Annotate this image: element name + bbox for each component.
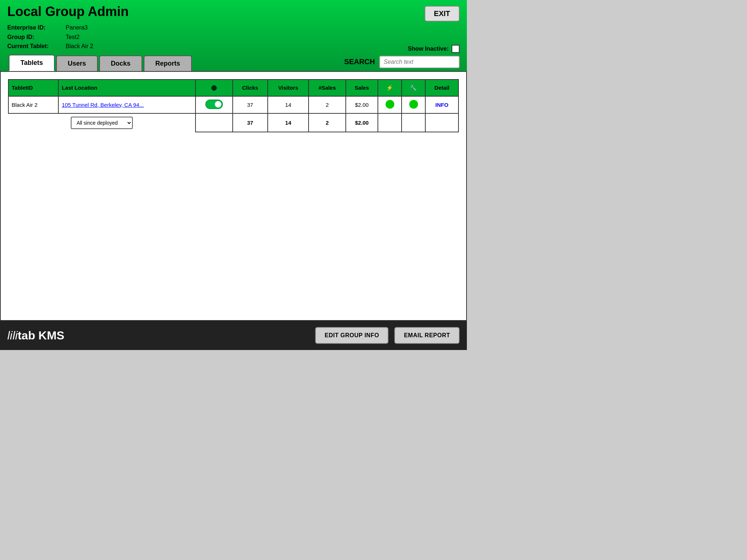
tab-docks[interactable]: Docks — [99, 55, 142, 71]
bolt-status-indicator — [386, 100, 394, 109]
totals-clicks: 37 — [233, 113, 268, 132]
page-title: Local Group Admin — [7, 4, 129, 19]
tablet-label: Current Tablet: — [7, 42, 66, 51]
header-info: Enterprise ID: Panera3 Group ID: Test2 C… — [7, 23, 460, 51]
tablet-value: Black Air 2 — [66, 42, 93, 51]
header-top: Local Group Admin EXIT — [7, 4, 460, 22]
cell-visitors: 14 — [268, 96, 309, 113]
table-header-row: TabletID Last Location ⊕ Clicks Visitors… — [8, 79, 458, 96]
active-toggle[interactable] — [205, 100, 223, 109]
totals-visitors: 14 — [268, 113, 309, 132]
col-header-bolt: ⚡ — [378, 79, 402, 96]
cell-last-location: 105 Tunnel Rd, Berkeley, CA 94... — [58, 96, 195, 113]
tool-status-indicator — [409, 100, 418, 109]
period-dropdown[interactable]: All since deployed Today This Week This … — [71, 117, 133, 129]
cell-sales: $2.00 — [346, 96, 378, 113]
cell-tool-status — [402, 96, 425, 113]
footer-buttons: EDIT GROUP INFO EMAIL REPORT — [315, 327, 460, 344]
enterprise-row: Enterprise ID: Panera3 — [7, 23, 460, 32]
col-header-detail: Detail — [425, 79, 458, 96]
search-label: SEARCH — [344, 58, 375, 66]
logo-tab: tab — [18, 329, 35, 342]
show-inactive-label: Show Inactive: — [408, 46, 449, 52]
search-row: SEARCH — [344, 56, 460, 68]
cell-toggle — [196, 96, 233, 113]
edit-group-info-button[interactable]: EDIT GROUP INFO — [315, 327, 388, 344]
logo-kms: KMS — [38, 329, 64, 342]
gps-icon: ⊕ — [211, 84, 217, 92]
tab-users[interactable]: Users — [56, 55, 98, 71]
totals-detail-cell — [425, 113, 458, 132]
header: Local Group Admin EXIT Enterprise ID: Pa… — [0, 0, 467, 71]
col-header-clicks: Clicks — [233, 79, 268, 96]
col-header-gps: ⊕ — [196, 79, 233, 96]
totals-gps-cell — [196, 113, 233, 132]
search-input[interactable] — [379, 56, 460, 68]
bolt-icon: ⚡ — [386, 85, 393, 91]
cell-bolt-status — [378, 96, 402, 113]
email-report-button[interactable]: EMAIL REPORT — [394, 327, 460, 344]
enterprise-label: Enterprise ID: — [7, 23, 66, 32]
col-header-tool: 🔧 — [402, 79, 425, 96]
group-value: Test2 — [66, 32, 80, 42]
location-link[interactable]: 105 Tunnel Rd, Berkeley, CA 94... — [62, 102, 144, 108]
tab-tablets[interactable]: Tablets — [9, 55, 55, 71]
col-header-tablet-id: TabletID — [8, 79, 58, 96]
col-header-num-sales: #Sales — [309, 79, 345, 96]
cell-tablet-id: Black Air 2 — [8, 96, 58, 113]
footer: lilitab KMS EDIT GROUP INFO EMAIL REPORT — [0, 321, 467, 350]
main-content: TabletID Last Location ⊕ Clicks Visitors… — [0, 71, 467, 321]
exit-button[interactable]: EXIT — [425, 6, 460, 22]
group-row: Group ID: Test2 — [7, 32, 460, 42]
tablets-table: TabletID Last Location ⊕ Clicks Visitors… — [8, 79, 459, 132]
info-link[interactable]: INFO — [436, 102, 449, 108]
enterprise-value: Panera3 — [66, 23, 88, 32]
col-header-sales: Sales — [346, 79, 378, 96]
totals-num-sales: 2 — [309, 113, 345, 132]
totals-tool-cell — [402, 113, 425, 132]
totals-row: All since deployed Today This Week This … — [8, 113, 458, 132]
cell-detail: INFO — [425, 96, 458, 113]
table-row: Black Air 2 105 Tunnel Rd, Berkeley, CA … — [8, 96, 458, 113]
footer-logo: lilitab KMS — [7, 329, 64, 342]
show-inactive-checkbox[interactable] — [452, 45, 460, 53]
group-label: Group ID: — [7, 32, 66, 42]
totals-sales: $2.00 — [346, 113, 378, 132]
show-inactive-row: Show Inactive: — [408, 45, 460, 53]
tool-icon: 🔧 — [410, 85, 417, 91]
toggle-knob — [215, 101, 221, 108]
tablet-row: Current Tablet: Black Air 2 — [7, 42, 460, 51]
col-header-last-location: Last Location — [58, 79, 195, 96]
logo-lili: lili — [7, 329, 18, 342]
tab-reports[interactable]: Reports — [144, 55, 192, 71]
col-header-visitors: Visitors — [268, 79, 309, 96]
cell-num-sales: 2 — [309, 96, 345, 113]
totals-bolt-cell — [378, 113, 402, 132]
period-dropdown-cell: All since deployed Today This Week This … — [8, 113, 196, 132]
cell-clicks: 37 — [233, 96, 268, 113]
